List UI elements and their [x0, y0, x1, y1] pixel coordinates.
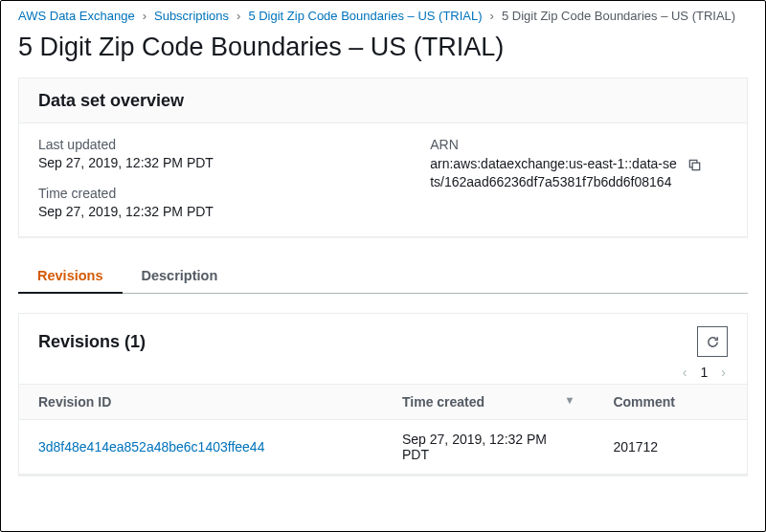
- time-created-value: Sep 27, 2019, 12:32 PM PDT: [38, 204, 424, 219]
- tabs: Revisions Description: [18, 258, 748, 294]
- page-next-icon[interactable]: ›: [721, 365, 726, 380]
- col-time-created[interactable]: Time created ▼: [383, 385, 594, 420]
- last-updated-label: Last updated: [38, 137, 424, 152]
- tab-description[interactable]: Description: [123, 258, 237, 294]
- tab-revisions[interactable]: Revisions: [18, 258, 123, 294]
- overview-heading: Data set overview: [38, 91, 728, 111]
- revision-id-link[interactable]: 3d8f48e414ea852a48be6c1403ffee44: [38, 439, 264, 454]
- revision-time-created: Sep 27, 2019, 12:32 PM PDT: [383, 420, 594, 475]
- page-number: 1: [701, 365, 709, 380]
- copy-icon[interactable]: [687, 157, 702, 172]
- arn-label: ARN: [430, 137, 728, 152]
- page-prev-icon[interactable]: ‹: [683, 365, 687, 380]
- arn-value: arn:aws:dataexchange:us-east-1::data-set…: [430, 155, 679, 191]
- revision-comment: 201712: [594, 420, 747, 475]
- table-row: 3d8f48e414ea852a48be6c1403ffee44 Sep 27,…: [19, 420, 747, 475]
- svg-rect-0: [692, 163, 700, 170]
- refresh-button[interactable]: [697, 326, 728, 357]
- chevron-right-icon: ›: [490, 9, 494, 23]
- breadcrumb: AWS Data Exchange › Subscriptions › 5 Di…: [18, 5, 748, 31]
- col-comment[interactable]: Comment: [594, 385, 747, 420]
- revisions-heading: Revisions (1): [38, 332, 146, 352]
- sort-desc-icon: ▼: [565, 394, 575, 406]
- breadcrumb-link[interactable]: Subscriptions: [154, 9, 229, 23]
- breadcrumb-link[interactable]: 5 Digit Zip Code Boundaries – US (TRIAL): [248, 9, 482, 23]
- time-created-label: Time created: [38, 186, 424, 201]
- breadcrumb-link[interactable]: AWS Data Exchange: [18, 9, 135, 23]
- pagination: ‹ 1 ›: [19, 357, 747, 380]
- chevron-right-icon: ›: [237, 9, 240, 23]
- col-revision-id[interactable]: Revision ID: [19, 385, 383, 420]
- revisions-table: Revision ID Time created ▼ Comment 3d8f4…: [19, 384, 747, 475]
- page-title: 5 Digit Zip Code Boundaries – US (TRIAL): [18, 31, 748, 78]
- chevron-right-icon: ›: [143, 9, 146, 23]
- panel-header: Data set overview: [19, 78, 747, 123]
- breadcrumb-current: 5 Digit Zip Code Boundaries – US (TRIAL): [502, 9, 735, 23]
- revisions-count: (1): [124, 332, 146, 351]
- last-updated-value: Sep 27, 2019, 12:32 PM PDT: [38, 155, 424, 170]
- dataset-overview-panel: Data set overview Last updated Sep 27, 2…: [18, 78, 748, 237]
- revisions-panel: Revisions (1) ‹ 1 › Revision ID: [18, 313, 748, 476]
